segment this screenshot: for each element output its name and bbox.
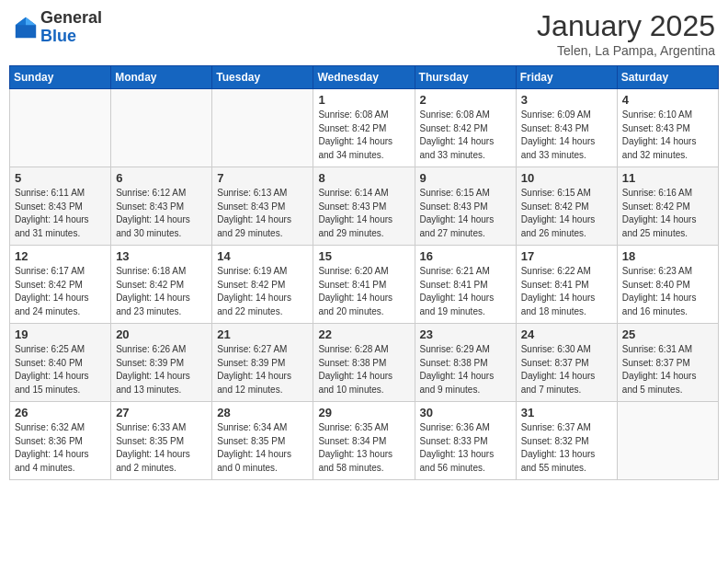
calendar-day-cell: 16Sunrise: 6:21 AM Sunset: 8:41 PM Dayli… — [415, 246, 516, 324]
calendar-day-cell: 22Sunrise: 6:28 AM Sunset: 8:38 PM Dayli… — [313, 324, 415, 402]
day-info: Sunrise: 6:13 AM Sunset: 8:43 PM Dayligh… — [217, 187, 308, 240]
day-number: 27 — [116, 406, 207, 419]
day-info: Sunrise: 6:18 AM Sunset: 8:42 PM Dayligh… — [116, 265, 207, 318]
day-info: Sunrise: 6:26 AM Sunset: 8:39 PM Dayligh… — [116, 343, 207, 396]
day-info: Sunrise: 6:16 AM Sunset: 8:42 PM Dayligh… — [622, 187, 713, 240]
day-info: Sunrise: 6:20 AM Sunset: 8:41 PM Dayligh… — [318, 265, 409, 318]
logo-general-text: General — [40, 8, 102, 27]
location: Telen, La Pampa, Argentina — [537, 43, 715, 58]
calendar-day-cell: 17Sunrise: 6:22 AM Sunset: 8:41 PM Dayli… — [516, 246, 617, 324]
day-number: 14 — [217, 249, 308, 263]
day-info: Sunrise: 6:37 AM Sunset: 8:32 PM Dayligh… — [521, 421, 612, 475]
calendar-day-cell: 18Sunrise: 6:23 AM Sunset: 8:40 PM Dayli… — [617, 246, 718, 324]
day-info: Sunrise: 6:08 AM Sunset: 8:42 PM Dayligh… — [318, 109, 409, 162]
day-number: 18 — [622, 249, 713, 263]
calendar-day-cell: 12Sunrise: 6:17 AM Sunset: 8:42 PM Dayli… — [10, 246, 111, 324]
calendar-day-cell: 11Sunrise: 6:16 AM Sunset: 8:42 PM Dayli… — [617, 167, 718, 246]
calendar-day-cell: 8Sunrise: 6:14 AM Sunset: 8:43 PM Daylig… — [313, 167, 415, 246]
day-of-week-header: Friday — [516, 66, 617, 89]
calendar-day-cell — [617, 402, 718, 480]
calendar-day-cell: 2Sunrise: 6:08 AM Sunset: 8:42 PM Daylig… — [415, 89, 516, 167]
calendar-day-cell: 9Sunrise: 6:15 AM Sunset: 8:43 PM Daylig… — [415, 167, 516, 246]
calendar-day-cell: 27Sunrise: 6:33 AM Sunset: 8:35 PM Dayli… — [111, 402, 212, 480]
day-info: Sunrise: 6:29 AM Sunset: 8:38 PM Dayligh… — [420, 343, 511, 396]
day-number: 4 — [622, 93, 713, 107]
day-info: Sunrise: 6:21 AM Sunset: 8:41 PM Dayligh… — [420, 265, 511, 318]
day-info: Sunrise: 6:22 AM Sunset: 8:41 PM Dayligh… — [521, 265, 612, 318]
calendar-day-cell: 7Sunrise: 6:13 AM Sunset: 8:43 PM Daylig… — [212, 167, 313, 246]
day-number: 28 — [217, 406, 308, 419]
logo-blue-text: Blue — [40, 27, 76, 45]
calendar-day-cell: 14Sunrise: 6:19 AM Sunset: 8:42 PM Dayli… — [212, 246, 313, 324]
calendar-day-cell: 31Sunrise: 6:37 AM Sunset: 8:32 PM Dayli… — [516, 402, 617, 480]
day-info: Sunrise: 6:23 AM Sunset: 8:40 PM Dayligh… — [622, 265, 713, 318]
calendar-day-cell: 26Sunrise: 6:32 AM Sunset: 8:36 PM Dayli… — [10, 402, 111, 480]
day-info: Sunrise: 6:12 AM Sunset: 8:43 PM Dayligh… — [116, 187, 207, 240]
logo: General Blue — [13, 9, 102, 46]
calendar-day-cell: 25Sunrise: 6:31 AM Sunset: 8:37 PM Dayli… — [617, 324, 718, 402]
calendar-day-cell — [212, 89, 313, 167]
day-info: Sunrise: 6:17 AM Sunset: 8:42 PM Dayligh… — [15, 265, 106, 318]
day-info: Sunrise: 6:19 AM Sunset: 8:42 PM Dayligh… — [217, 265, 308, 318]
day-number: 10 — [521, 171, 612, 185]
day-number: 7 — [217, 171, 308, 185]
day-info: Sunrise: 6:25 AM Sunset: 8:40 PM Dayligh… — [15, 343, 106, 396]
day-number: 1 — [318, 93, 409, 107]
calendar-week-row: 26Sunrise: 6:32 AM Sunset: 8:36 PM Dayli… — [10, 402, 719, 480]
calendar-day-cell: 28Sunrise: 6:34 AM Sunset: 8:35 PM Dayli… — [212, 402, 313, 480]
day-number: 12 — [15, 249, 106, 263]
day-number: 13 — [116, 249, 207, 263]
day-number: 21 — [217, 327, 308, 341]
title-block: January 2025 Telen, La Pampa, Argentina — [537, 9, 715, 58]
calendar-day-cell: 15Sunrise: 6:20 AM Sunset: 8:41 PM Dayli… — [313, 246, 415, 324]
day-of-week-header: Thursday — [415, 66, 516, 89]
day-of-week-header: Wednesday — [313, 66, 415, 89]
calendar-day-cell: 13Sunrise: 6:18 AM Sunset: 8:42 PM Dayli… — [111, 246, 212, 324]
day-number: 31 — [521, 406, 612, 419]
calendar-day-cell: 29Sunrise: 6:35 AM Sunset: 8:34 PM Dayli… — [313, 402, 415, 480]
calendar-week-row: 1Sunrise: 6:08 AM Sunset: 8:42 PM Daylig… — [10, 89, 719, 167]
month-title: January 2025 — [537, 9, 715, 43]
day-of-week-header: Sunday — [10, 66, 111, 89]
day-number: 23 — [420, 327, 511, 341]
day-info: Sunrise: 6:34 AM Sunset: 8:35 PM Dayligh… — [217, 421, 308, 475]
logo-icon — [13, 15, 39, 40]
day-number: 26 — [15, 406, 106, 419]
calendar-day-cell: 3Sunrise: 6:09 AM Sunset: 8:43 PM Daylig… — [516, 89, 617, 167]
calendar-day-cell: 4Sunrise: 6:10 AM Sunset: 8:43 PM Daylig… — [617, 89, 718, 167]
day-info: Sunrise: 6:30 AM Sunset: 8:37 PM Dayligh… — [521, 343, 612, 396]
day-info: Sunrise: 6:35 AM Sunset: 8:34 PM Dayligh… — [318, 421, 409, 475]
day-number: 19 — [15, 327, 106, 341]
day-info: Sunrise: 6:33 AM Sunset: 8:35 PM Dayligh… — [116, 421, 207, 475]
day-of-week-header: Monday — [111, 66, 212, 89]
calendar-day-cell: 19Sunrise: 6:25 AM Sunset: 8:40 PM Dayli… — [10, 324, 111, 402]
day-number: 20 — [116, 327, 207, 341]
day-number: 8 — [318, 171, 409, 185]
day-number: 29 — [318, 406, 409, 419]
day-info: Sunrise: 6:11 AM Sunset: 8:43 PM Dayligh… — [15, 187, 106, 240]
day-number: 3 — [521, 93, 612, 107]
calendar-day-cell: 23Sunrise: 6:29 AM Sunset: 8:38 PM Dayli… — [415, 324, 516, 402]
calendar-table: SundayMondayTuesdayWednesdayThursdayFrid… — [9, 65, 719, 480]
calendar-day-cell — [10, 89, 111, 167]
calendar-week-row: 12Sunrise: 6:17 AM Sunset: 8:42 PM Dayli… — [10, 246, 719, 324]
day-number: 2 — [420, 93, 511, 107]
day-of-week-header: Saturday — [617, 66, 718, 89]
calendar-day-cell: 21Sunrise: 6:27 AM Sunset: 8:39 PM Dayli… — [212, 324, 313, 402]
calendar-day-cell: 1Sunrise: 6:08 AM Sunset: 8:42 PM Daylig… — [313, 89, 415, 167]
calendar-day-cell: 24Sunrise: 6:30 AM Sunset: 8:37 PM Dayli… — [516, 324, 617, 402]
day-info: Sunrise: 6:28 AM Sunset: 8:38 PM Dayligh… — [318, 343, 409, 396]
day-of-week-header: Tuesday — [212, 66, 313, 89]
day-info: Sunrise: 6:36 AM Sunset: 8:33 PM Dayligh… — [420, 421, 511, 475]
calendar-day-cell: 6Sunrise: 6:12 AM Sunset: 8:43 PM Daylig… — [111, 167, 212, 246]
calendar-header-row: SundayMondayTuesdayWednesdayThursdayFrid… — [10, 66, 719, 89]
calendar-day-cell — [111, 89, 212, 167]
day-number: 9 — [420, 171, 511, 185]
day-info: Sunrise: 6:08 AM Sunset: 8:42 PM Dayligh… — [420, 109, 511, 162]
day-number: 17 — [521, 249, 612, 263]
calendar-day-cell: 30Sunrise: 6:36 AM Sunset: 8:33 PM Dayli… — [415, 402, 516, 480]
day-number: 22 — [318, 327, 409, 341]
day-number: 11 — [622, 171, 713, 185]
day-number: 16 — [420, 249, 511, 263]
day-info: Sunrise: 6:14 AM Sunset: 8:43 PM Dayligh… — [318, 187, 409, 240]
